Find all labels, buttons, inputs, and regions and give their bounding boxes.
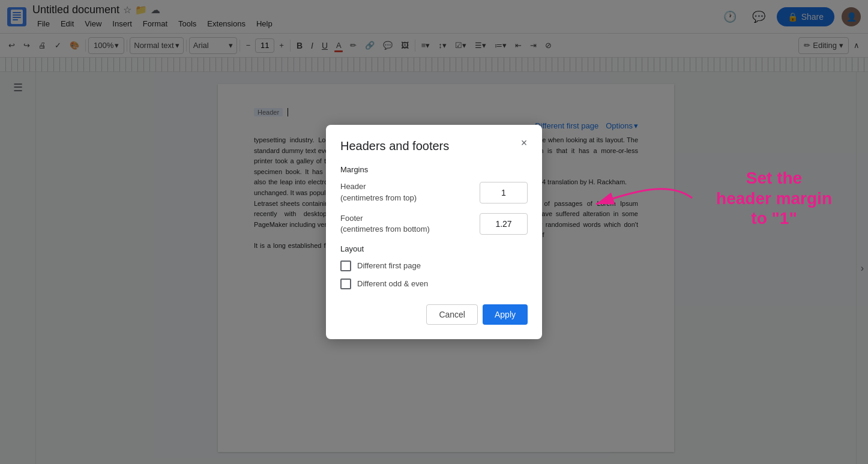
header-margin-input[interactable] xyxy=(480,182,528,203)
header-margin-row: Header(centimetres from top) xyxy=(340,181,528,203)
footer-margin-input[interactable] xyxy=(480,213,528,235)
dialog-title: Headers and footers xyxy=(340,139,528,153)
different-odd-even-label: Different odd & even xyxy=(357,279,428,289)
footer-margin-row: Footer(centimetres from bottom) xyxy=(340,213,528,235)
cancel-button[interactable]: Cancel xyxy=(426,304,478,325)
layout-section-label: Layout xyxy=(340,244,528,253)
different-odd-even-row: Different odd & even xyxy=(340,279,528,289)
different-first-page-row: Different first page xyxy=(340,261,528,271)
header-field-label: Header(centimetres from top) xyxy=(340,181,417,203)
annotation-arrow xyxy=(584,174,704,222)
annotation: Set the header margin to "1" xyxy=(716,168,832,229)
headers-footers-dialog: Headers and footers × Margins Header(cen… xyxy=(326,125,542,339)
different-first-page-label: Different first page xyxy=(357,261,421,271)
different-first-page-checkbox[interactable] xyxy=(340,261,351,271)
dialog-actions: Cancel Apply xyxy=(340,304,528,325)
margins-section-label: Margins xyxy=(340,165,528,174)
dialog-close-button[interactable]: × xyxy=(516,134,532,151)
footer-field-label: Footer(centimetres from bottom) xyxy=(340,213,430,235)
dialog-overlay[interactable]: Headers and footers × Margins Header(cen… xyxy=(0,0,868,464)
annotation-text: Set the header margin to "1" xyxy=(716,168,832,229)
apply-button[interactable]: Apply xyxy=(483,304,528,325)
different-odd-even-checkbox[interactable] xyxy=(340,279,351,289)
